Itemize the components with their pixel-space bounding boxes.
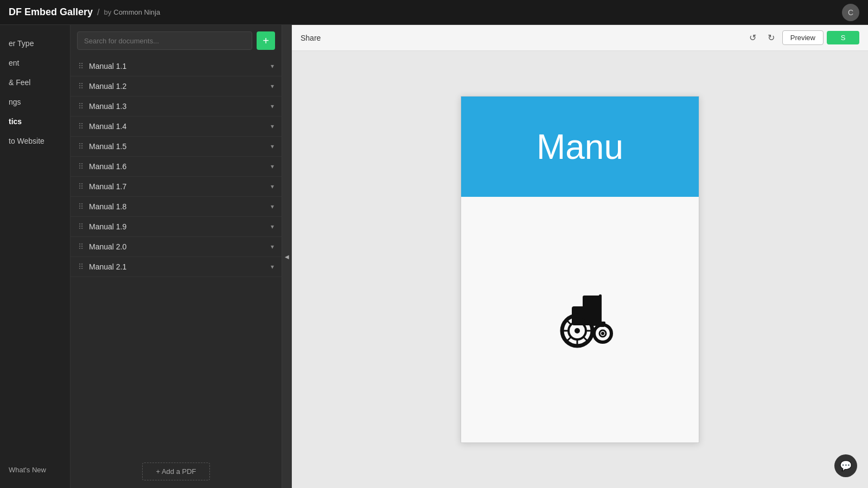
doc-panel: + ⠿ Manual 1.1 ▾ ⠿ Manual 1.2 ▾ ⠿ Manual… — [71, 25, 282, 488]
list-item[interactable]: ⠿ Manual 1.2 ▾ — [71, 76, 282, 97]
list-item[interactable]: ⠿ Manual 2.1 ▾ — [71, 257, 282, 277]
list-item[interactable]: ⠿ Manual 1.9 ▾ — [71, 217, 282, 237]
preview-toolbar: Share ↺ ↻ Preview S — [292, 25, 868, 51]
list-item[interactable]: ⠿ Manual 2.0 ▾ — [71, 237, 282, 257]
list-item[interactable]: ⠿ Manual 1.7 ▾ — [71, 177, 282, 197]
svg-rect-3 — [599, 294, 602, 304]
pdf-body — [461, 197, 699, 442]
list-item[interactable]: ⠿ Manual 1.4 ▾ — [71, 117, 282, 137]
search-input[interactable] — [77, 31, 252, 50]
pdf-header: Manu — [461, 97, 699, 197]
by-label: by — [104, 8, 112, 16]
toolbar-right: ↺ ↻ Preview S — [745, 30, 859, 46]
save-button[interactable]: S — [827, 31, 859, 44]
drag-icon: ⠿ — [78, 142, 84, 151]
list-item[interactable]: ⠿ Manual 1.6 ▾ — [71, 157, 282, 177]
chevron-down-icon: ▾ — [271, 183, 274, 190]
svg-point-17 — [601, 332, 604, 335]
chevron-down-icon: ▾ — [271, 263, 274, 271]
drag-icon: ⠿ — [78, 242, 84, 251]
svg-rect-19 — [596, 324, 604, 327]
chevron-down-icon: ▾ — [271, 223, 274, 230]
sidebar-item-settings[interactable]: ngs — [0, 92, 70, 112]
chevron-down-icon: ▾ — [271, 102, 274, 110]
svg-point-2 — [586, 296, 593, 302]
drag-icon: ⠿ — [78, 62, 84, 70]
list-item[interactable]: ⠿ Manual 1.1 ▾ — [71, 56, 282, 76]
preview-panel: Share ↺ ↻ Preview S Manu — [292, 25, 868, 488]
left-sidebar: er Type ent & Feel ngs tics to Website W… — [0, 25, 71, 488]
drag-icon: ⠿ — [78, 222, 84, 231]
doc-item-label: Manual 1.9 — [89, 222, 271, 231]
preview-button[interactable]: Preview — [782, 30, 824, 45]
svg-line-14 — [567, 337, 571, 341]
drag-icon: ⠿ — [78, 82, 84, 91]
chevron-down-icon: ▾ — [271, 163, 274, 170]
tractor-icon — [542, 290, 618, 350]
doc-item-label: Manual 1.6 — [89, 162, 271, 171]
avatar[interactable]: C — [842, 4, 859, 21]
doc-item-label: Manual 1.4 — [89, 122, 271, 131]
app-title: DF Embed Gallery — [9, 7, 93, 18]
main-layout: er Type ent & Feel ngs tics to Website W… — [0, 25, 868, 488]
sidebar-item-analytics[interactable]: tics — [0, 112, 70, 131]
svg-point-6 — [575, 328, 580, 333]
sidebar-item-whats-new[interactable]: What's New — [0, 460, 70, 479]
doc-item-label: Manual 1.3 — [89, 102, 271, 111]
doc-search-bar: + — [71, 25, 282, 54]
sidebar-item-filter-type[interactable]: er Type — [0, 34, 70, 53]
chat-bubble[interactable]: 💬 — [834, 454, 857, 477]
pdf-page: Manu — [461, 96, 699, 443]
chevron-down-icon: ▾ — [271, 203, 274, 210]
doc-item-label: Manual 1.8 — [89, 202, 271, 211]
svg-line-11 — [567, 320, 571, 325]
undo-button[interactable]: ↺ — [745, 30, 761, 46]
drag-icon: ⠿ — [78, 202, 84, 211]
drag-icon: ⠿ — [78, 122, 84, 131]
redo-button[interactable]: ↻ — [764, 30, 779, 46]
chevron-down-icon: ▾ — [271, 243, 274, 251]
add-document-button[interactable]: + — [257, 31, 275, 50]
chevron-down-icon: ▾ — [271, 123, 274, 130]
drag-icon: ⠿ — [78, 102, 84, 111]
add-pdf-area: + Add a PDF — [71, 455, 282, 488]
brand-label: Common Ninja — [113, 8, 160, 16]
collapse-arrow-icon: ◀ — [285, 254, 289, 260]
chevron-down-icon: ▾ — [271, 82, 274, 90]
sidebar-item-look-feel[interactable]: & Feel — [0, 73, 70, 92]
chevron-down-icon: ▾ — [271, 62, 274, 70]
doc-item-label: Manual 2.1 — [89, 262, 271, 271]
doc-item-label: Manual 1.5 — [89, 142, 271, 151]
list-item[interactable]: ⠿ Manual 1.8 ▾ — [71, 197, 282, 217]
topbar-right: C — [842, 4, 859, 21]
doc-item-label: Manual 1.7 — [89, 182, 271, 191]
topbar: DF Embed Gallery / by Common Ninja C — [0, 0, 868, 25]
preview-content: Manu — [292, 51, 868, 488]
doc-item-label: Manual 2.0 — [89, 242, 271, 251]
svg-line-12 — [583, 337, 588, 341]
doc-item-label: Manual 1.2 — [89, 82, 271, 91]
title-separator: / — [97, 8, 99, 17]
drag-icon: ⠿ — [78, 262, 84, 271]
doc-item-label: Manual 1.1 — [89, 62, 271, 70]
collapse-handle[interactable]: ◀ — [282, 25, 292, 488]
drag-icon: ⠿ — [78, 162, 84, 171]
drag-icon: ⠿ — [78, 182, 84, 191]
share-label: Share — [301, 34, 321, 42]
sidebar-item-content[interactable]: ent — [0, 53, 70, 73]
list-item[interactable]: ⠿ Manual 1.3 ▾ — [71, 97, 282, 117]
add-pdf-button[interactable]: + Add a PDF — [142, 463, 209, 480]
list-item[interactable]: ⠿ Manual 1.5 ▾ — [71, 137, 282, 157]
doc-list: ⠿ Manual 1.1 ▾ ⠿ Manual 1.2 ▾ ⠿ Manual 1… — [71, 54, 282, 455]
sidebar-item-embed[interactable]: to Website — [0, 131, 70, 151]
chevron-down-icon: ▾ — [271, 143, 274, 150]
pdf-header-text: Manu — [537, 127, 623, 167]
